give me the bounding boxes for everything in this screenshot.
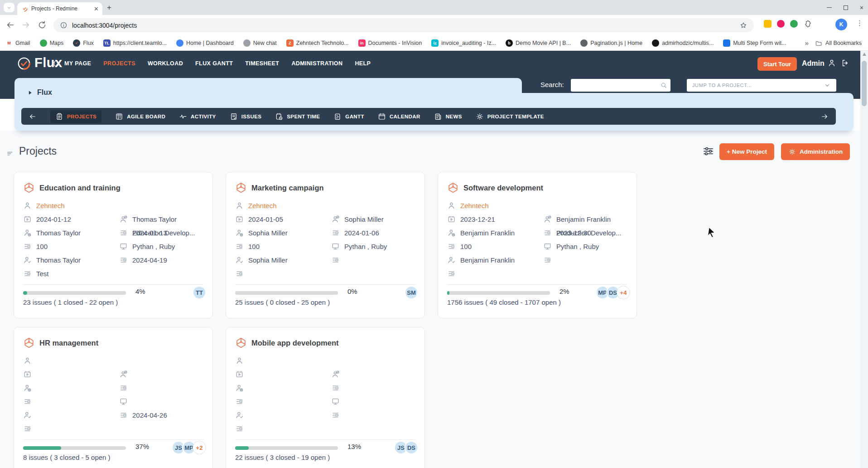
filter-sliders-icon[interactable]	[702, 145, 714, 157]
avatar-more-badge[interactable]: +4	[617, 286, 630, 299]
bookmark-item[interactable]: New chat	[243, 39, 277, 47]
browser-tab[interactable]: Projects - Redmine ✕	[17, 2, 102, 15]
project-card[interactable]: Mobile app development 13% 22 issues ( 3…	[226, 327, 425, 468]
reload-icon[interactable]	[37, 20, 47, 30]
bookmark-item[interactable]: iz invoice_auditing - Iz...	[431, 39, 496, 47]
bookmarks-list: M Gmail Maps ✓ Flux TL https://client.te…	[0, 39, 805, 47]
project-title[interactable]: HR management	[39, 339, 98, 347]
project-title[interactable]: Marketing campaign	[251, 184, 324, 192]
issues-summary[interactable]: 25 issues ( 0 closed - 25 open )	[235, 298, 330, 306]
scrollbar-thumb[interactable]	[862, 61, 867, 106]
search-input[interactable]	[571, 79, 660, 92]
member-avatars: MPDS+4	[599, 286, 630, 299]
scrollbar-up-arrow[interactable]	[863, 53, 866, 56]
issues-summary[interactable]: 22 issues ( 3 closed - 19 open )	[235, 453, 330, 461]
bookmark-item[interactable]: Maps	[40, 39, 64, 47]
progress-percent: 37%	[135, 443, 149, 450]
administration-button[interactable]: Administration	[781, 143, 850, 160]
extension-icon[interactable]	[790, 20, 798, 28]
card-header: Mobile app development	[235, 327, 415, 349]
jump-to-project-select[interactable]: JUMP TO A PROJECT...	[687, 79, 836, 92]
issues-summary[interactable]: 8 issues ( 3 closed - 5 open )	[23, 453, 111, 461]
project-card[interactable]: HR management 2024-04-26 37% 8 issues ( …	[14, 327, 213, 468]
bookmark-item[interactable]: Pagination.js | Home	[580, 39, 642, 47]
project-tab-gantt[interactable]: GANTT	[333, 112, 364, 121]
bookmark-star-icon[interactable]	[739, 21, 747, 29]
project-title[interactable]: Education and training	[39, 184, 121, 192]
bookmark-item[interactable]: TL https://client.teamlo...	[103, 39, 167, 47]
extension-icon[interactable]	[764, 20, 772, 28]
project-tab-activity[interactable]: ACTIVITY	[179, 112, 216, 121]
new-tab-button[interactable]: +	[107, 3, 111, 12]
project-tab-project-template[interactable]: PROJECT TEMPLATE	[476, 112, 544, 121]
project-tab-calendar[interactable]: CALENDAR	[378, 112, 420, 121]
logout-icon[interactable]	[841, 58, 850, 68]
new-project-button[interactable]: + New Project	[719, 143, 774, 160]
breadcrumb[interactable]: Flux	[27, 88, 52, 97]
scrollbar[interactable]	[860, 51, 868, 468]
title-sort-icon[interactable]	[6, 150, 14, 157]
current-user-label[interactable]: Admin	[802, 59, 825, 68]
project-card[interactable]: Education and training Zehntech2024-01-1…	[14, 172, 213, 318]
avatar-more-badge[interactable]: +2	[193, 441, 206, 454]
back-icon[interactable]	[5, 20, 15, 30]
bookmark-item[interactable]: ✓ Flux	[73, 39, 94, 47]
bookmark-item[interactable]: in Documents - InVision	[358, 39, 422, 47]
tab-close-icon[interactable]: ✕	[94, 6, 99, 12]
bookmark-item[interactable]: Home | Dashboard	[176, 39, 234, 47]
window-minimize-icon[interactable]	[827, 7, 832, 8]
nav-item-flux-gantt[interactable]: FLUX GANTT	[195, 60, 233, 67]
tab-search-chevron-button[interactable]	[4, 3, 14, 12]
window-close-icon[interactable]: ×	[860, 5, 863, 11]
site-info-icon[interactable]	[60, 21, 68, 29]
home-icon[interactable]	[52, 59, 60, 67]
field-icon	[23, 424, 32, 433]
person-icon	[447, 201, 456, 210]
tabs-scroll-right-icon[interactable]	[820, 112, 829, 121]
user-icon[interactable]	[827, 58, 836, 68]
avatar[interactable]: TT	[193, 286, 206, 299]
avatar[interactable]: SM	[405, 286, 418, 299]
project-title[interactable]: Mobile app development	[251, 339, 339, 347]
nav-item-workload[interactable]: WORKLOAD	[148, 60, 183, 67]
project-tab-projects[interactable]: PROJECTS	[50, 110, 101, 123]
nav-item-help[interactable]: HELP	[355, 60, 371, 67]
nav-item-projects[interactable]: PROJECTS	[103, 60, 135, 67]
all-bookmarks-button[interactable]: All Bookmarks	[815, 39, 862, 47]
breadcrumb-project-name[interactable]: Flux	[37, 88, 52, 97]
bookmarks-overflow-icon[interactable]: »	[805, 39, 809, 47]
browser-profile-avatar[interactable]: K	[835, 19, 847, 30]
project-title[interactable]: Software development	[463, 184, 543, 192]
project-tab-agile-board[interactable]: AGILE BOARD	[115, 112, 165, 121]
avatar[interactable]: DS	[405, 441, 418, 454]
flux-logo-icon[interactable]	[16, 56, 32, 71]
tabs-scroll-left-icon[interactable]	[29, 112, 37, 121]
project-tab-news[interactable]: NEWS	[434, 112, 462, 121]
address-bar[interactable]: localhost:3004/projects	[53, 18, 754, 32]
bookmark-item[interactable]: b Demo Movie API | B...	[506, 39, 571, 47]
field-value: 2024-04-26	[132, 411, 167, 419]
issues-summary[interactable]: 23 issues ( 1 closed - 22 open )	[23, 298, 118, 306]
bookmark-item[interactable]: Multi Step Form wit...	[723, 39, 786, 47]
card-detail-row: Test	[23, 267, 203, 280]
extension-icon[interactable]	[777, 20, 785, 28]
start-tour-button[interactable]: Start Tour	[757, 57, 797, 71]
bookmark-item[interactable]: admirhodzic/multis...	[652, 39, 714, 47]
nav-item-timesheet[interactable]: TIMESHEET	[245, 60, 279, 67]
bookmark-item[interactable]: Z Zehntech Technolo...	[286, 39, 349, 47]
project-tab-spent-time[interactable]: SPENT TIME	[275, 112, 320, 121]
search-icon[interactable]	[660, 82, 667, 89]
extensions-puzzle-icon[interactable]	[803, 20, 812, 28]
browser-menu-icon[interactable]: ⋮	[856, 19, 863, 27]
nav-item-administration[interactable]: ADMINISTRATION	[291, 60, 342, 67]
bookmark-item[interactable]: M Gmail	[5, 39, 30, 47]
card-field-calendar-play: 2024-01-05	[235, 215, 331, 224]
issues-summary[interactable]: 1756 issues ( 49 closed - 1707 open )	[447, 298, 561, 306]
project-card[interactable]: Software development Zehntech2023-12-21B…	[438, 172, 637, 318]
window-maximize-icon[interactable]	[844, 5, 848, 10]
project-tab-issues[interactable]: ISSUES	[230, 112, 262, 121]
person-plus-icon	[235, 384, 244, 392]
forward-icon[interactable]	[21, 20, 31, 30]
project-card[interactable]: Marketing campaign Zehntech2024-01-05Sop…	[226, 172, 425, 318]
nav-item-my-page[interactable]: MY PAGE	[64, 60, 91, 67]
